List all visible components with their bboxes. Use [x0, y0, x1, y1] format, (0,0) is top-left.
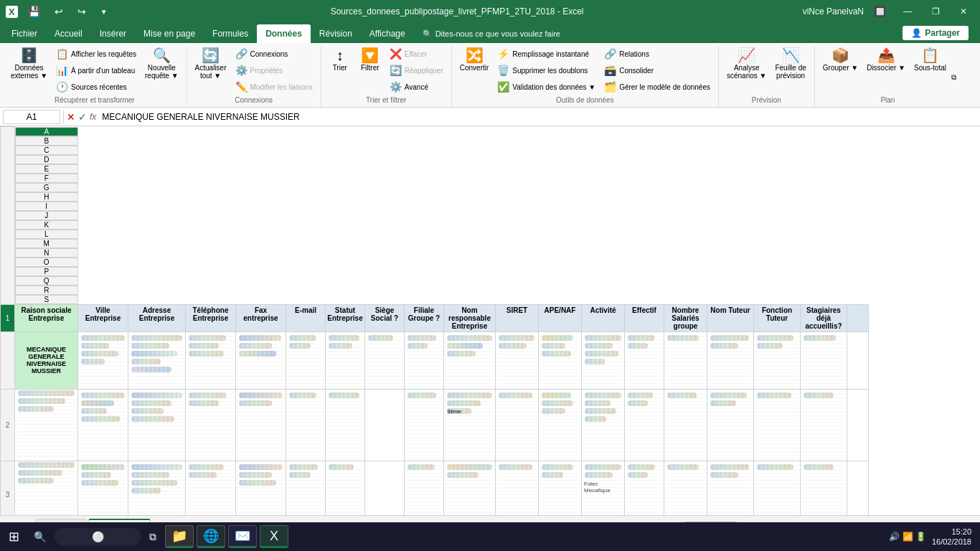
cell-f3[interactable]	[286, 461, 326, 515]
actualiser-btn[interactable]: 🔄 Actualisertout ▼	[192, 46, 230, 82]
header-col-g[interactable]: Statut Entreprise	[326, 304, 365, 331]
cell-e1[interactable]	[236, 331, 286, 389]
confirm-formula-icon[interactable]: ✓	[78, 111, 87, 123]
tab-mise-en-page[interactable]: Mise en page	[135, 24, 204, 43]
start-btn[interactable]: ⊞	[3, 526, 25, 547]
cell-s3[interactable]	[847, 461, 869, 515]
taskbar-excel[interactable]: X	[260, 525, 288, 548]
cell-a3[interactable]	[15, 461, 78, 515]
header-col-q[interactable]: Fonction Tuteur	[754, 304, 801, 331]
cell-i1[interactable]	[405, 331, 444, 389]
cell-m1[interactable]	[582, 331, 625, 389]
cell-m2[interactable]	[582, 389, 625, 461]
header-col-p[interactable]: Nom Tuteur	[707, 304, 754, 331]
col-header-p[interactable]: P	[15, 267, 78, 276]
header-col-o[interactable]: Nombre Salariés groupe	[664, 304, 707, 331]
col-header-s[interactable]: S	[15, 295, 78, 304]
cell-l1[interactable]	[539, 331, 582, 389]
cell-j2[interactable]: 3ème	[444, 389, 496, 461]
analyse-scenarios-btn[interactable]: 📈 Analysescénarios ▼	[723, 46, 770, 82]
taskbar-outlook[interactable]: ✉️	[228, 525, 257, 548]
col-header-o[interactable]: O	[15, 258, 78, 267]
undo-btn[interactable]: ↩	[50, 4, 67, 19]
insert-function-icon[interactable]: fx	[90, 112, 96, 122]
sources-recentes-btn[interactable]: 🕐 Sources récentes	[52, 79, 140, 95]
col-header-a[interactable]: A	[15, 127, 78, 136]
cell-b2[interactable]	[78, 389, 128, 461]
nouvelle-requete-btn[interactable]: 🔍 Nouvellerequête ▼	[141, 46, 182, 82]
tableau-btn[interactable]: 📊 À partir d'un tableau	[52, 62, 140, 78]
cell-c2[interactable]	[128, 389, 186, 461]
supprimer-doublons-btn[interactable]: 🗑️ Supprimer les doublons	[494, 62, 599, 78]
maximize-btn[interactable]: ❐	[925, 4, 947, 19]
filtrer-btn[interactable]: 🔽 Filtrer	[356, 46, 385, 74]
cell-k3[interactable]	[496, 461, 539, 515]
header-col-a[interactable]: Raison sociale Entreprise	[15, 304, 78, 331]
cell-p1[interactable]	[707, 331, 754, 389]
col-header-d[interactable]: D	[15, 155, 78, 164]
cell-q2[interactable]	[754, 389, 801, 461]
cell-e3[interactable]	[236, 461, 286, 515]
redo-btn[interactable]: ↪	[73, 4, 90, 19]
cell-l2[interactable]	[539, 389, 582, 461]
cell-s1[interactable]	[847, 331, 869, 389]
col-header-k[interactable]: K	[15, 220, 78, 230]
donnees-externes-btn[interactable]: 🗄️ Donnéesexternes ▼	[7, 46, 51, 82]
cell-g3[interactable]	[326, 461, 365, 515]
task-view-btn[interactable]: ⧉	[143, 528, 162, 546]
col-header-n[interactable]: N	[15, 248, 78, 258]
spreadsheet-scroll[interactable]: A B C D E F G H I J K L M N O P Q	[0, 126, 980, 515]
cell-g2[interactable]	[326, 389, 365, 461]
cell-h1[interactable]	[365, 331, 405, 389]
cancel-formula-icon[interactable]: ✕	[67, 111, 75, 123]
tab-donnees[interactable]: Données	[257, 24, 311, 43]
feuille-prevision-btn[interactable]: 📉 Feuille deprévision	[771, 46, 809, 82]
cell-a1[interactable]: MECANIQUE GENERALE NIVERNAISE MUSSIER	[15, 331, 78, 389]
cell-i3[interactable]	[405, 461, 444, 515]
header-col-s[interactable]	[847, 304, 869, 331]
cell-p2[interactable]	[707, 389, 754, 461]
header-col-c[interactable]: Adresse Entreprise	[128, 304, 186, 331]
relations-btn[interactable]: 🔗 Relations	[600, 46, 714, 62]
col-header-b[interactable]: B	[15, 136, 78, 146]
remplissage-btn[interactable]: ⚡ Remplissage instantané	[494, 46, 599, 62]
sous-total-btn[interactable]: 📋 Sous-total	[910, 46, 950, 74]
cell-p3[interactable]	[707, 461, 754, 515]
tab-revision[interactable]: Révision	[311, 24, 361, 43]
col-header-e[interactable]: E	[15, 164, 78, 174]
formula-input[interactable]	[99, 112, 977, 122]
cell-f2[interactable]	[286, 389, 326, 461]
col-header-g[interactable]: G	[15, 183, 78, 192]
connexions-btn[interactable]: 🔗 Connexions	[232, 46, 316, 62]
search-btn[interactable]: 🔍	[28, 528, 52, 545]
avance-btn[interactable]: ⚙️ Avancé	[386, 79, 447, 95]
header-col-e[interactable]: Fax entreprise	[236, 304, 286, 331]
cell-d1[interactable]	[186, 331, 236, 389]
tab-affichage[interactable]: Affichage	[361, 24, 414, 43]
cell-i2[interactable]	[405, 389, 444, 461]
cell-j1[interactable]	[444, 331, 496, 389]
cell-j3[interactable]	[444, 461, 496, 515]
cell-q1[interactable]	[754, 331, 801, 389]
cell-m3[interactable]: FolecMecafique	[582, 461, 625, 515]
header-col-l[interactable]: APE/NAF	[539, 304, 582, 331]
header-col-j[interactable]: Nom responsable Entreprise	[444, 304, 496, 331]
tab-formules[interactable]: Formules	[204, 24, 257, 43]
cell-q3[interactable]	[754, 461, 801, 515]
header-col-f[interactable]: E-mail	[286, 304, 326, 331]
ribbon-display-btn[interactable]: 🔲	[870, 4, 890, 19]
grouper-btn[interactable]: 📦 Grouper ▼	[819, 46, 862, 74]
cell-e2[interactable]	[236, 389, 286, 461]
cell-c3[interactable]	[128, 461, 186, 515]
cell-r1[interactable]	[801, 331, 847, 389]
cell-f1[interactable]	[286, 331, 326, 389]
header-col-k[interactable]: SIRET	[496, 304, 539, 331]
cell-r3[interactable]	[801, 461, 847, 515]
cell-d2[interactable]	[186, 389, 236, 461]
convertir-btn[interactable]: 🔀 Convertir	[456, 46, 493, 74]
cell-s2[interactable]	[847, 389, 869, 461]
tab-accueil[interactable]: Accueil	[46, 24, 91, 43]
cell-n1[interactable]	[625, 331, 664, 389]
cell-b1[interactable]	[78, 331, 128, 389]
close-btn[interactable]: ✕	[953, 4, 974, 19]
